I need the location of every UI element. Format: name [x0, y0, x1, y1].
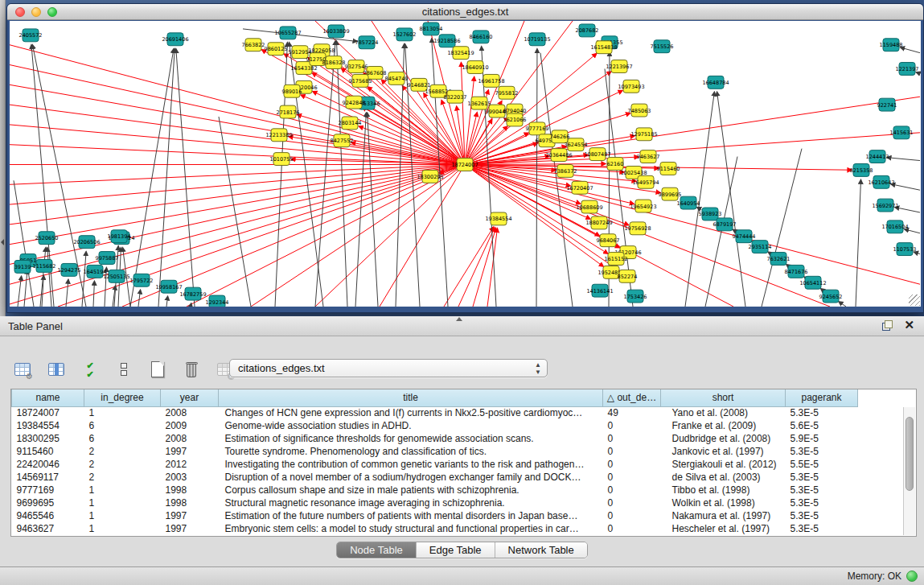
table-cell[interactable]: 0 — [603, 419, 661, 432]
table-cell[interactable]: 18724007 — [12, 406, 84, 419]
column-header-name[interactable]: name — [12, 389, 84, 406]
table-cell[interactable]: Tourette syndrome. Phenomenology and cla… — [219, 445, 603, 458]
table-row[interactable]: 911546021997Tourette syndrome. Phenomeno… — [12, 445, 858, 458]
table-row[interactable]: 969969511998Structural magnetic resonanc… — [12, 496, 858, 509]
table-cell[interactable]: 2008 — [161, 432, 219, 445]
table-cell[interactable]: 2003 — [161, 471, 219, 484]
table-panel-titlebar[interactable]: Table Panel ✕ — [0, 316, 924, 336]
table-cell[interactable]: 0 — [603, 484, 661, 496]
select-columns-icon[interactable]: ✔✔ — [79, 358, 101, 381]
table-row[interactable]: 946554611997Estimation of the future num… — [12, 509, 858, 522]
table-cell[interactable]: 9115460 — [12, 445, 84, 458]
table-cell[interactable]: 1 — [84, 509, 161, 522]
delete-rows-icon[interactable] — [180, 358, 203, 381]
table-cell[interactable]: Changes of HCN gene expression and I(f) … — [219, 406, 603, 419]
table-row[interactable]: 1872400712008Changes of HCN gene express… — [12, 406, 858, 419]
network-canvas[interactable]: 2405572206914061065528716033809785722415… — [10, 21, 921, 307]
table-cell[interactable]: Disruption of a novel member of a sodium… — [219, 471, 603, 484]
table-cell[interactable]: Estimation of the future numbers of pati… — [219, 509, 603, 522]
tab-edge-table[interactable]: Edge Table — [416, 542, 495, 558]
table-cell[interactable]: 2 — [84, 445, 161, 458]
table-cell[interactable]: 0 — [603, 522, 661, 535]
column-visibility-icon[interactable] — [45, 358, 68, 381]
table-cell[interactable]: 9699695 — [12, 496, 84, 509]
table-cell[interactable]: 1997 — [161, 445, 219, 458]
table-cell[interactable]: Estimation of significance thresholds fo… — [219, 432, 603, 445]
table-cell[interactable]: 0 — [603, 458, 661, 471]
table-cell[interactable]: 0 — [603, 509, 661, 522]
table-cell[interactable]: Hescheler et al. (1997) — [661, 522, 786, 535]
tab-node-table[interactable]: Node Table — [337, 542, 416, 558]
table-cell[interactable]: Nakamura et al. (1997) — [661, 509, 786, 522]
table-cell[interactable]: 0 — [603, 445, 661, 458]
table-row[interactable]: 977716911998Corpus callosum shape and si… — [12, 484, 858, 496]
table-cell[interactable]: 2008 — [161, 406, 219, 419]
column-header-year[interactable]: year — [161, 389, 219, 406]
table-cell[interactable]: 5.5E-5 — [786, 458, 858, 471]
table-row[interactable]: 1456911722003Disruption of a novel membe… — [12, 471, 858, 484]
table-cell[interactable]: Structural magnetic resonance image aver… — [219, 496, 603, 509]
table-cell[interactable]: 5.3E-5 — [786, 509, 858, 522]
table-cell[interactable]: Jankovic et al. (1997) — [661, 445, 786, 458]
split-divider[interactable] — [0, 0, 6, 316]
table-cell[interactable]: 2012 — [161, 458, 219, 471]
table-cell[interactable]: 5.3E-5 — [786, 484, 858, 496]
vertical-scrollbar[interactable] — [903, 407, 915, 535]
table-cell[interactable]: Genome-wide association studies in ADHD. — [219, 419, 603, 432]
table-cell[interactable]: 0 — [603, 496, 661, 509]
row-boxes-icon[interactable] — [113, 358, 135, 381]
table-cell[interactable]: 5.3E-5 — [786, 496, 858, 509]
table-cell[interactable]: 5.3E-5 — [786, 445, 858, 458]
table-cell[interactable]: 0 — [603, 471, 661, 484]
column-header-title[interactable]: title — [219, 389, 603, 406]
split-collapse-icon[interactable] — [456, 317, 462, 321]
column-header-out_de[interactable]: △ out_de… — [603, 389, 661, 406]
table-cell[interactable]: 0 — [603, 432, 661, 445]
table-cell[interactable]: 1 — [84, 406, 161, 419]
table-row[interactable]: 1830029562008Estimation of significance … — [12, 432, 858, 445]
table-cell[interactable]: Wolkin et al. (1998) — [661, 496, 786, 509]
table-cell[interactable]: 9463627 — [12, 522, 84, 535]
column-header-pagerank[interactable]: pagerank — [786, 389, 858, 406]
table-cell[interactable]: 9777169 — [12, 484, 84, 496]
table-cell[interactable]: 2 — [84, 471, 161, 484]
table-cell[interactable]: 1 — [84, 496, 161, 509]
table-selector-dropdown[interactable]: citations_edges.txt ▲▼ — [229, 359, 548, 377]
table-cell[interactable]: Corpus callosum shape and size in male p… — [219, 484, 603, 496]
table-cell[interactable]: 9465546 — [12, 509, 84, 522]
table-cell[interactable]: 49 — [603, 406, 661, 419]
table-cell[interactable]: 1998 — [161, 484, 219, 496]
table-cell[interactable]: 22420046 — [12, 458, 84, 471]
table-row[interactable]: 946362711997Embryonic stem cells: a mode… — [12, 522, 858, 535]
divider-collapse-icon[interactable] — [1, 239, 4, 245]
table-cell[interactable]: 6 — [84, 419, 161, 432]
table-cell[interactable]: 6 — [84, 432, 161, 445]
table-cell[interactable]: 5.9E-5 — [786, 432, 858, 445]
table-cell[interactable]: 1 — [84, 522, 161, 535]
table-cell[interactable]: Franke et al. (2009) — [661, 419, 786, 432]
table-cell[interactable]: Yano et al. (2008) — [661, 406, 786, 419]
table-cell[interactable]: 19384554 — [12, 419, 84, 432]
table-row[interactable]: 1938455462009Genome-wide association stu… — [12, 419, 858, 432]
column-header-short[interactable]: short — [661, 389, 786, 406]
table-cell[interactable]: 1997 — [161, 509, 219, 522]
table-cell[interactable]: 1 — [84, 484, 161, 496]
network-view-window[interactable]: citations_edges.txt 24055722069140610655… — [6, 3, 924, 313]
close-panel-icon[interactable]: ✕ — [904, 319, 914, 331]
table-cell[interactable]: Investigating the contribution of common… — [219, 458, 603, 471]
window-resize-grip[interactable] — [909, 295, 920, 306]
table-cell[interactable]: 18300295 — [12, 432, 84, 445]
column-header-in_degree[interactable]: in_degree — [84, 389, 161, 406]
new-table-icon[interactable] — [146, 358, 169, 381]
table-cell[interactable]: 5.6E-5 — [786, 419, 858, 432]
float-panel-icon[interactable] — [882, 320, 893, 331]
table-options-icon[interactable]: ⚙ — [11, 358, 34, 381]
citation-network-graph[interactable]: 2405572206914061065528716033809785722415… — [10, 21, 921, 307]
window-titlebar[interactable]: citations_edges.txt — [7, 4, 923, 20]
table-row[interactable]: 2242004622012Investigating the contribut… — [12, 458, 858, 471]
table-cell[interactable]: de Silva et al. (2003) — [661, 471, 786, 484]
table-cell[interactable]: 1997 — [161, 522, 219, 535]
table-cell[interactable]: Dudbridge et al. (2008) — [661, 432, 786, 445]
table-cell[interactable]: 2009 — [161, 419, 219, 432]
table-cell[interactable]: Stergiakouli et al. (2012) — [661, 458, 786, 471]
